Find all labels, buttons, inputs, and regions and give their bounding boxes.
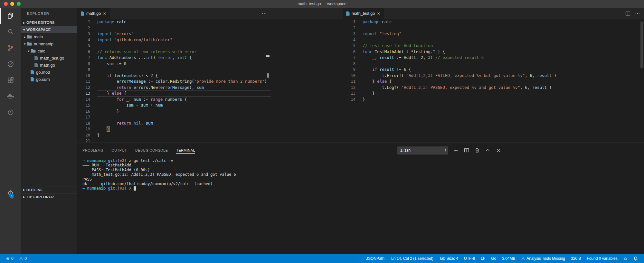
maximize-panel-icon[interactable] — [485, 147, 491, 153]
explorer-icon — [7, 12, 14, 20]
code-line: 14} — [343, 97, 644, 103]
go-file-icon — [34, 63, 38, 67]
code-line: 16 } — [77, 108, 271, 115]
code-text: } else { — [363, 79, 392, 84]
status-label: Analysis Tools Missing — [526, 256, 565, 261]
close-panel-icon[interactable] — [496, 147, 501, 153]
code-line: 5 — [77, 43, 271, 49]
close-window-button[interactable] — [4, 2, 8, 6]
panel-tab-debug-console[interactable]: DEBUG CONSOLE — [135, 147, 168, 154]
code-line: 6// returns sum of two integers with err… — [77, 49, 271, 55]
code-line: 11 } else { — [343, 79, 644, 85]
status-item-3-04mb[interactable]: 3.04MB — [499, 254, 518, 263]
tree-label: main — [34, 34, 43, 39]
tree-file-go-mod[interactable]: go.mod — [21, 69, 77, 76]
editor-math-test-go[interactable]: 1package calc23import "testing"45// test… — [343, 19, 644, 143]
activity-item-search[interactable] — [0, 24, 21, 40]
panel-tab-terminal[interactable]: TERMINAL — [176, 147, 195, 154]
status-item-jsonpath[interactable]: JSONPath: — [363, 254, 388, 263]
editor-math-go[interactable]: 1package calc23import "errors"4import "g… — [77, 19, 271, 143]
status-label: Tab Size: 4 — [439, 256, 458, 261]
go-file-icon — [81, 11, 84, 16]
terminal-line: PASS — [82, 177, 644, 182]
status-item-smiley[interactable]: ☺ — [620, 254, 630, 263]
activity-item-explorer[interactable] — [0, 8, 21, 24]
mod-file-icon — [31, 77, 34, 81]
activity-item-circle-slash[interactable] — [0, 56, 21, 72]
code-line: 18 return nil, sum — [77, 120, 271, 127]
empty-editor[interactable] — [271, 19, 343, 143]
terminal-line: --- PASS: TestMathAdd (0.00s) — [82, 168, 644, 172]
terminal-output[interactable]: → nummanip git:(v2) ✗ go test ./calc -v=… — [77, 158, 644, 191]
new-terminal-icon[interactable] — [453, 147, 459, 153]
status-item-bell[interactable] — [630, 254, 641, 263]
line-number: 8 — [77, 61, 90, 67]
bottom-panel: PROBLEMSOUTPUTDEBUG CONSOLETERMINAL 1: z… — [77, 143, 644, 254]
code-text: return nil, sum — [97, 121, 153, 126]
line-number: 14 — [77, 97, 90, 103]
minimize-window-button[interactable] — [10, 2, 14, 6]
status-item-utf-8[interactable]: UTF-8 — [461, 254, 478, 263]
code-line: 10 t.Errorf( "Add(1,2,3) FAILED, expecte… — [343, 73, 644, 79]
folder-icon — [27, 35, 32, 39]
status-item-found-0-variables[interactable]: Found 0 variables — [584, 254, 620, 263]
line-number: 9 — [343, 67, 355, 73]
code-line: 21 — [77, 138, 271, 143]
status-item-lf[interactable]: LF — [478, 254, 488, 263]
code-text: t.Errorf( "Add(1,2,3) FAILED, expected %… — [363, 73, 556, 78]
zoom-window-button[interactable] — [17, 2, 21, 6]
close-tab-icon[interactable] — [377, 12, 381, 15]
tabbar-right: math_test.go ⋯ — [343, 8, 644, 19]
status-item-0[interactable]: ⊗0 — [3, 254, 16, 263]
status-item-ln-14-col-2-1-selected[interactable]: Ln 14, Col 2 (1 selected) — [388, 254, 436, 263]
line-number: 14 — [343, 97, 355, 103]
section-open-editors[interactable]: ▸OPEN EDITORS — [21, 19, 77, 26]
activity-item-power-circle[interactable] — [0, 104, 21, 120]
close-tab-icon[interactable] — [103, 12, 107, 15]
activity-item-source-control[interactable] — [0, 40, 21, 56]
workbench: ⚙ 1 EXPLORER ▸OPEN EDITORS▾WORKSPACE ▸ma… — [0, 8, 644, 254]
section-outline[interactable]: ▸OUTLINE — [21, 186, 77, 193]
terminal-dropdown[interactable]: 1: zsh ▲▼ — [397, 146, 448, 155]
line-number: 6 — [77, 49, 90, 55]
tree-folder-nummanip[interactable]: ▾nummanip — [21, 40, 77, 47]
activity-item-docker[interactable] — [0, 88, 21, 104]
more-actions-icon[interactable]: ⋯ — [635, 11, 640, 16]
status-label: Ln 14, Col 2 (1 selected) — [391, 256, 433, 261]
code-line: 7 _, result := Add(1, 2, 3) // expected … — [343, 55, 644, 61]
split-terminal-icon[interactable] — [464, 147, 469, 153]
line-number: 11 — [77, 79, 90, 85]
line-number: 2 — [343, 25, 355, 31]
section-zip-explorer[interactable]: ▸ZIP EXPLORER — [21, 193, 77, 200]
code-text: import "errors" — [97, 31, 134, 36]
tab-math-go[interactable]: math.go — [77, 8, 110, 19]
line-number: 3 — [343, 31, 355, 37]
code-line: 2 — [77, 25, 271, 31]
sidebar-title: EXPLORER — [21, 8, 77, 19]
panel-tab-output[interactable]: OUTPUT — [111, 147, 127, 154]
status-item-326-b[interactable]: 326 B — [568, 254, 584, 263]
warning-icon: ⚠ — [521, 256, 525, 261]
activity-item-extensions[interactable] — [0, 72, 21, 88]
chevron-down-icon: ▾ — [22, 28, 26, 32]
status-item-tab-size-4[interactable]: Tab Size: 4 — [436, 254, 461, 263]
status-item-analysis-tools-missing[interactable]: ⚠Analysis Tools Missing — [518, 254, 568, 263]
tree-label: math.go — [40, 63, 55, 68]
tree-folder-calc[interactable]: ▾calc — [21, 47, 77, 54]
tabbar-left: math.go ⋯ — [77, 8, 271, 19]
status-item-go[interactable]: Go — [488, 254, 499, 263]
tree-file-go-sum[interactable]: go.sum — [21, 76, 77, 83]
more-actions-icon[interactable]: ⋯ — [262, 11, 267, 16]
split-editor-icon[interactable] — [625, 11, 630, 16]
docker-icon — [6, 92, 15, 100]
tree-folder-main[interactable]: ▸main — [21, 33, 77, 40]
tab-math-test-go[interactable]: math_test.go — [343, 8, 384, 19]
status-label: UTF-8 — [464, 256, 475, 261]
section-workspace[interactable]: ▾WORKSPACE — [21, 26, 77, 33]
kill-terminal-icon[interactable] — [474, 147, 480, 153]
tree-file-math_test-go[interactable]: math_test.go — [21, 54, 77, 61]
tree-file-math-go[interactable]: math.go — [21, 61, 77, 69]
code-text: sum := 0 — [97, 61, 126, 66]
panel-tab-problems[interactable]: PROBLEMS — [82, 147, 103, 154]
status-item-0[interactable]: ⚠0 — [16, 254, 30, 263]
